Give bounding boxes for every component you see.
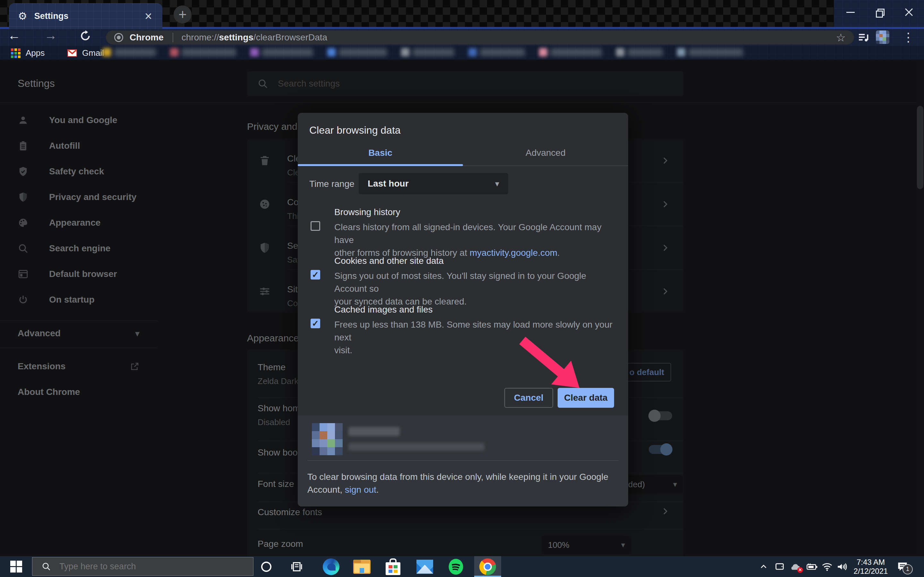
tray-show-hidden-icons[interactable] bbox=[756, 556, 771, 577]
taskbar-app-spotify[interactable] bbox=[443, 556, 469, 577]
sign-out-link[interactable]: sign out bbox=[345, 485, 376, 495]
cortana-button[interactable] bbox=[254, 556, 279, 577]
bookmark-item-blurred[interactable] bbox=[401, 48, 454, 56]
dialog-title: Clear browsing data bbox=[309, 124, 401, 136]
tray-onedrive-icon[interactable]: ✕ bbox=[788, 556, 803, 577]
tray-wifi-icon[interactable] bbox=[820, 556, 834, 577]
bookmark-gmail[interactable]: Gmail bbox=[67, 48, 104, 58]
bookmark-item-blurred[interactable] bbox=[468, 48, 525, 56]
close-window-button[interactable] bbox=[894, 0, 924, 24]
checkbox-browsing-history[interactable] bbox=[310, 221, 320, 231]
file-explorer-icon bbox=[353, 560, 371, 574]
gear-icon: ⚙ bbox=[18, 10, 27, 22]
clear-data-button[interactable]: Clear data bbox=[557, 388, 614, 408]
dialog-tab-advanced[interactable]: Advanced bbox=[463, 141, 628, 165]
chrome-active-underline bbox=[474, 576, 501, 577]
action-center-button[interactable]: 1 bbox=[892, 556, 914, 577]
taskbar-clock[interactable]: 7:43 AM 2/12/2021 bbox=[852, 556, 889, 577]
taskbar-search-input[interactable] bbox=[59, 561, 253, 572]
myactivity-link[interactable]: myactivity.google.com bbox=[470, 248, 557, 258]
item-title: Cookies and other site data bbox=[334, 256, 444, 266]
refresh-button[interactable] bbox=[79, 29, 92, 42]
profile-avatar[interactable] bbox=[876, 31, 889, 44]
minimize-icon bbox=[846, 12, 855, 13]
browser-tab-settings[interactable]: ⚙ Settings × bbox=[9, 3, 162, 29]
taskbar-app-edge[interactable] bbox=[318, 556, 344, 577]
url-scheme: chrome:// bbox=[182, 32, 219, 43]
footer-note: To clear browsing data from this device … bbox=[307, 471, 615, 496]
taskbar-app-mail[interactable] bbox=[412, 556, 438, 577]
start-button[interactable] bbox=[3, 556, 29, 577]
tray-volume-icon[interactable] bbox=[835, 556, 849, 577]
checkbox-cached-images[interactable] bbox=[310, 319, 320, 328]
edge-icon bbox=[323, 558, 339, 575]
checkbox-cookies[interactable] bbox=[310, 270, 320, 279]
tray-display-icon[interactable] bbox=[772, 556, 787, 577]
task-view-button[interactable] bbox=[284, 556, 309, 577]
bookmark-item-blurred[interactable] bbox=[250, 48, 313, 56]
restore-button[interactable] bbox=[865, 0, 894, 24]
bookmark-item-blurred[interactable] bbox=[616, 48, 663, 56]
select-value: Last hour bbox=[368, 179, 409, 189]
time-range-label: Time range bbox=[309, 179, 355, 189]
chevron-up-icon bbox=[759, 562, 768, 571]
taskbar-app-file-explorer[interactable] bbox=[349, 556, 375, 577]
battery-charging-icon bbox=[805, 562, 817, 571]
bookmark-item-blurred[interactable] bbox=[327, 48, 387, 56]
item-description: Clears history from all signed-in device… bbox=[334, 221, 617, 259]
clear-browsing-data-dialog: Clear browsing data Basic Advanced Time … bbox=[298, 113, 628, 506]
caret-down-icon: ▾ bbox=[495, 179, 499, 189]
taskbar-app-chrome-active[interactable] bbox=[474, 556, 501, 577]
tab-title: Settings bbox=[34, 11, 69, 21]
settings-page: Settings You and Google Autofill Safety … bbox=[0, 60, 924, 556]
browser-menu-kebab-icon[interactable]: ⋮ bbox=[902, 30, 914, 44]
bookmark-blurred-items bbox=[103, 48, 743, 56]
bookmark-item-blurred[interactable] bbox=[170, 48, 236, 56]
dialog-tab-basic[interactable]: Basic bbox=[298, 141, 463, 165]
bookmark-apps[interactable]: Apps bbox=[11, 48, 45, 58]
restore-icon bbox=[876, 9, 883, 16]
omnibox-divider bbox=[173, 33, 173, 42]
taskbar-app-store[interactable] bbox=[380, 556, 406, 577]
active-tab-underline bbox=[298, 164, 463, 166]
tab-label: Basic bbox=[368, 148, 393, 158]
chrome-icon bbox=[479, 558, 496, 575]
dialog-footer: To clear browsing data from this device … bbox=[298, 416, 628, 506]
bookmark-item-blurred[interactable] bbox=[677, 48, 743, 56]
bookmark-star-icon[interactable]: ☆ bbox=[836, 31, 846, 44]
footer-divider bbox=[307, 460, 619, 461]
taskbar-search-box[interactable] bbox=[32, 557, 254, 576]
mail-icon bbox=[417, 560, 433, 574]
bookmark-item-blurred[interactable] bbox=[539, 48, 602, 56]
address-bar[interactable]: Chrome chrome:// settings /clearBrowserD… bbox=[106, 31, 854, 45]
bookmark-label: Apps bbox=[26, 48, 45, 58]
footer-line: To clear browsing data from this device … bbox=[307, 472, 608, 482]
clock-time: 7:43 AM bbox=[857, 558, 885, 567]
footer-line: Account, bbox=[307, 485, 345, 495]
item-description: Signs you out of most sites. You'll stay… bbox=[334, 269, 617, 308]
playlist-extension-icon[interactable] bbox=[857, 31, 870, 44]
close-icon bbox=[905, 8, 913, 16]
windows-logo-icon bbox=[10, 561, 22, 572]
item-title: Cached images and files bbox=[334, 305, 433, 315]
monitor-icon bbox=[774, 562, 785, 572]
item-description: Frees up less than 138 MB. Some sites ma… bbox=[334, 318, 617, 357]
time-range-select[interactable]: Last hour ▾ bbox=[359, 173, 508, 194]
item-title: Browsing history bbox=[334, 207, 400, 218]
forward-button[interactable]: → bbox=[44, 28, 57, 43]
bookmark-item-blurred[interactable] bbox=[103, 48, 156, 56]
minimize-button[interactable] bbox=[836, 0, 865, 24]
account-name-blurred bbox=[349, 427, 400, 436]
tab-label: Advanced bbox=[525, 148, 565, 158]
cancel-button[interactable]: Cancel bbox=[504, 388, 553, 408]
apps-grid-icon bbox=[11, 48, 21, 58]
wifi-icon bbox=[822, 562, 833, 572]
search-icon bbox=[41, 562, 51, 571]
new-tab-button[interactable]: + bbox=[174, 5, 192, 23]
back-button[interactable]: ← bbox=[8, 28, 21, 43]
tab-close-icon[interactable]: × bbox=[145, 10, 152, 23]
bookmark-label: Gmail bbox=[82, 48, 104, 58]
tray-battery-icon[interactable] bbox=[804, 556, 819, 577]
plus-icon: + bbox=[178, 7, 187, 21]
footer-period: . bbox=[376, 485, 379, 495]
